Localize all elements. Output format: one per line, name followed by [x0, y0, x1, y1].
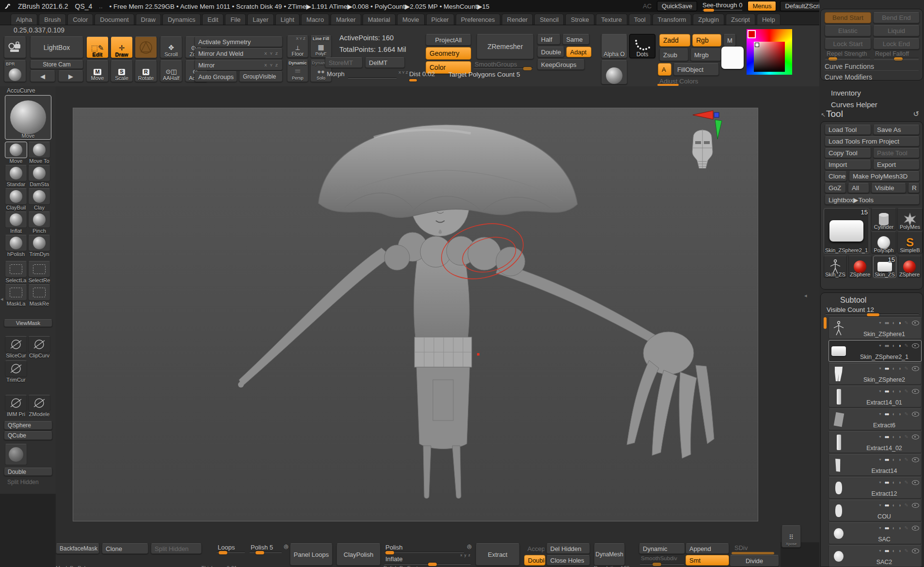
loops-slider[interactable]: Loops [216, 543, 246, 554]
append-button[interactable]: Append [685, 543, 729, 554]
clone-button[interactable]: Clone [102, 543, 148, 554]
stroke-lock-start-button[interactable]: Lock Start [825, 38, 871, 49]
uv-icon[interactable]: ◖ [892, 457, 895, 462]
paint-brush-icon[interactable]: ✎ [905, 321, 908, 325]
tool-thumb-polysph[interactable]: PolySph [871, 231, 896, 254]
stroke-bend-end-button[interactable]: Bend End [873, 12, 920, 23]
subtool-row-extract14_01[interactable]: ▾●●◖◑✎Extract14_01 [828, 386, 922, 407]
brush-trimdyn[interactable] [28, 235, 50, 251]
play-next-button[interactable]: ▶ [58, 70, 83, 82]
extract-double-button[interactable]: Double [524, 555, 545, 566]
polypaint-icon[interactable]: ●● [884, 526, 888, 531]
frame-arrow-icon[interactable]: ▾ [879, 412, 881, 417]
frame-arrow-icon[interactable]: ▾ [879, 389, 881, 394]
visibility-eye-icon[interactable] [912, 480, 919, 485]
frame-arrow-icon[interactable]: ▾ [879, 343, 881, 348]
a-button[interactable]: A [658, 63, 671, 76]
subtool-row-extract6[interactable]: ▾●●◖◑✎Extract6 [828, 408, 922, 430]
lightbox-button[interactable]: LightBox [30, 36, 83, 58]
bpr-render-button[interactable]: BPR [4, 60, 26, 82]
backfacemask-button[interactable]: BackfaceMask [56, 543, 99, 554]
tool-thumb-skin_zs-0[interactable]: Skin_ZS [824, 256, 847, 278]
menu-tab-texture[interactable]: Texture [596, 14, 627, 25]
uv-icon[interactable]: ◖ [892, 412, 895, 417]
see-through-slider[interactable]: See-through 0 [702, 1, 742, 11]
see-through-knob[interactable] [703, 9, 714, 12]
menu-tab-brush[interactable]: Brush [39, 14, 66, 25]
m-button[interactable]: M [723, 34, 736, 47]
paint-brush-icon[interactable]: ✎ [905, 526, 908, 531]
claypolish-button[interactable]: ClayPolish [336, 543, 381, 566]
dist-slider[interactable]: Dist 0.02 [407, 70, 451, 81]
difference-icon[interactable]: ◑ [898, 503, 901, 508]
frame-arrow-icon[interactable]: ▾ [879, 549, 881, 553]
paint-brush-icon[interactable]: ✎ [905, 366, 908, 371]
menu-tab-dynamics[interactable]: Dynamics [162, 14, 201, 25]
tool-visible-button[interactable]: Visible [871, 183, 906, 193]
tool-thumb-zsphere-1[interactable]: ZSphere [848, 256, 872, 278]
uv-icon[interactable]: ◖ [892, 435, 895, 439]
mirror-button[interactable]: Mirror X Y Z [194, 60, 283, 70]
group-visible-button[interactable]: GroupVisible [239, 71, 283, 82]
subtool-scrollbar[interactable] [824, 317, 827, 329]
store-morph-target-button[interactable]: StoreMT [325, 57, 363, 68]
left-divider-collapse[interactable]: ◂ [0, 296, 3, 302]
brush-claybuil[interactable] [5, 188, 27, 205]
polypaint-icon[interactable]: ●● [884, 435, 888, 439]
visibility-eye-icon[interactable] [912, 343, 919, 348]
color-picker[interactable] [747, 29, 792, 75]
visible-count-slider[interactable]: Visible Count 12 [825, 306, 920, 315]
frame-arrow-icon[interactable]: ▾ [879, 435, 881, 439]
xpose-button[interactable]: ⠿ Xpose [781, 525, 801, 548]
curve-functions-section[interactable]: Curve Functions [825, 60, 919, 70]
play-prev-button[interactable]: ◀ [30, 70, 55, 82]
frame-arrow-icon[interactable]: ▾ [879, 526, 881, 531]
line-fill-button[interactable]: Line Fill ▦ PolyF [310, 35, 332, 58]
morph-slider[interactable]: Morph [325, 70, 398, 81]
double-sided-button[interactable]: Double [4, 468, 52, 476]
frame-arrow-icon[interactable]: ▾ [879, 321, 881, 325]
tool-palette-header[interactable]: Tool [826, 109, 843, 119]
sculpt-canvas[interactable] [73, 108, 758, 521]
dynamic-persp-button[interactable]: Dynamic 𝄘 Persp [287, 60, 308, 82]
scroll-button[interactable]: ✥ Scroll [160, 36, 182, 58]
tool-load-tool-button[interactable]: Load Tool [825, 125, 871, 135]
brush-inflat[interactable] [5, 211, 27, 228]
menus-button[interactable]: Menus [748, 1, 776, 11]
scale-gizmo-button[interactable]: S Scale [111, 60, 133, 82]
project-geometry-button[interactable]: Geometry [426, 47, 471, 60]
polypaint-icon[interactable]: ●● [884, 549, 888, 553]
aahalf-button[interactable]: ⊙◫ AAHalf [160, 60, 182, 82]
stroke-repel-falloff-slider[interactable]: Repel Falloff [873, 50, 920, 60]
menu-tab-color[interactable]: Color [67, 14, 93, 25]
mrgb-button[interactable]: Mrgb [690, 49, 721, 61]
paint-brush-icon[interactable]: ✎ [905, 457, 908, 462]
polypaint-icon[interactable]: ●● [884, 503, 888, 508]
stroke-selector[interactable]: Dots [629, 34, 655, 58]
tool-export-button[interactable]: Export [873, 160, 920, 170]
qsphere-button[interactable]: QSphere [4, 421, 52, 430]
paint-brush-icon[interactable]: ✎ [905, 435, 908, 439]
del-hidden-button[interactable]: Del Hidden [546, 543, 590, 554]
subtool-row-extract14[interactable]: ▾●●◖◑✎Extract14 [828, 454, 922, 476]
frame-arrow-icon[interactable]: ▾ [879, 457, 881, 462]
keepgroups-button[interactable]: KeepGroups [537, 59, 585, 70]
uv-icon[interactable]: ◖ [892, 526, 895, 531]
smoothsubdiv-slider[interactable]: SmoothSubdiv [639, 555, 685, 566]
sv-cursor[interactable] [755, 43, 759, 47]
tool-thumb-skin_zs-2[interactable]: 15Skin_ZS [873, 256, 896, 278]
menu-tab-draw[interactable]: Draw [136, 14, 161, 25]
paint-brush-icon[interactable]: ✎ [905, 549, 908, 553]
secondary-color-swatch[interactable] [721, 47, 744, 69]
gyro-button[interactable] [135, 36, 157, 58]
frame-arrow-icon[interactable]: ▾ [879, 480, 881, 485]
brush-maskla[interactable] [5, 284, 27, 301]
tool-goz-button[interactable]: GoZ [825, 183, 846, 193]
difference-icon[interactable]: ◑ [898, 366, 901, 371]
brush-selectre[interactable] [28, 261, 50, 277]
menu-tab-stroke[interactable]: Stroke [565, 14, 594, 25]
tool-copy-tool-button[interactable]: Copy Tool [825, 148, 871, 158]
frame-arrow-icon[interactable]: ▾ [879, 503, 881, 508]
delete-morph-target-button[interactable]: DelMT [365, 57, 405, 68]
frame-arrow-icon[interactable]: ▾ [879, 366, 881, 371]
